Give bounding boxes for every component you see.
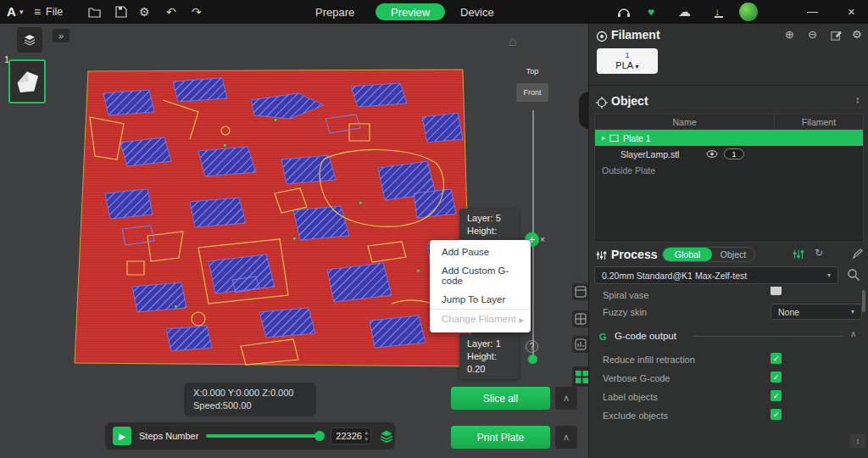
menu-item-change-filament: Change Filament ▸ (430, 309, 531, 330)
preview-mode-button[interactable] (572, 366, 588, 387)
remove-filament-icon[interactable]: ⊖ (808, 28, 817, 41)
object-sort-icon[interactable]: ↕ (855, 94, 860, 104)
fuzzy-chevron-down-icon: ▾ (851, 308, 854, 316)
coords-tooltip: X:0.000 Y:0.000 Z:0.000 Speed:500.00 (184, 383, 316, 416)
row-expand-chevron-icon[interactable]: ▸ (602, 134, 605, 142)
redo-icon[interactable]: ↷ (192, 0, 202, 24)
sliced-plate-graphic[interactable] (71, 68, 478, 375)
label-objects-checkbox[interactable]: ✓ (771, 390, 782, 401)
sidebar-collapse-handle[interactable] (579, 92, 589, 129)
gcode-collapse-chevron-icon[interactable]: ∧ (850, 329, 856, 338)
steps-spin-up-icon[interactable]: ▲ (364, 429, 369, 436)
exclude-objects-checkbox[interactable]: ✓ (771, 409, 782, 420)
visibility-eye-icon[interactable] (706, 150, 718, 158)
add-filament-icon[interactable]: ⊕ (785, 28, 794, 41)
menu-item-jump-to-layer[interactable]: Jump To Layer (430, 290, 531, 309)
file-menu[interactable]: File (46, 0, 63, 24)
fuzzy-skin-select[interactable]: None ▾ (771, 304, 862, 320)
verbose-gcode-checkbox[interactable]: ✓ (771, 371, 782, 383)
download-icon[interactable]: ↓ (715, 0, 721, 24)
object-table: Name Filament ▸ Plate 1 SlayerLamp.stl 1… (594, 114, 864, 243)
slice-all-button[interactable]: Slice all (451, 387, 550, 410)
process-scope-toggle: Global Object (662, 247, 755, 262)
edit-filament-icon[interactable] (831, 30, 842, 41)
app-logo-icon[interactable]: A (7, 0, 16, 24)
object-table-header: Name Filament (595, 114, 863, 130)
print-plate-button[interactable]: Print Plate (451, 426, 550, 449)
layer-context-menu: Add Pause Add Custom G-code Jump To Laye… (430, 240, 531, 332)
settings-gear-icon[interactable]: ⚙ (139, 0, 150, 24)
row-plate-label: Plate 1 (623, 133, 651, 143)
layer-slider-lower-handle[interactable] (528, 355, 537, 364)
preset-search-icon[interactable] (847, 268, 860, 282)
layers-green-icon[interactable] (379, 429, 394, 444)
menu-item-add-custom-gcode[interactable]: Add Custom G-code (430, 261, 531, 290)
setting-label-objects-label: Label objects (603, 392, 658, 402)
toggle-global[interactable]: Global (663, 248, 712, 261)
preset-name: 0.20mm Standard@K1 Max-Zelf-test (602, 271, 747, 281)
plate-thumbnail[interactable] (8, 59, 46, 103)
close-icon[interactable]: × (848, 0, 855, 24)
expand-settings-button[interactable]: ↕ (850, 434, 865, 448)
tab-device-label: Device (460, 6, 494, 19)
tab-device[interactable]: Device (460, 0, 494, 24)
save-icon[interactable] (115, 6, 127, 18)
view-front-label: Front (523, 88, 541, 97)
play-button[interactable]: ▶ (113, 427, 131, 445)
open-folder-icon[interactable] (88, 7, 101, 18)
home-view-icon[interactable]: ⌂ (509, 34, 517, 49)
filament-card[interactable]: 1 PLA ▾ (597, 48, 658, 74)
titlebar: A ▾ ≡ File ⚙ ↶ ↷ Prepare Preview Device … (0, 0, 868, 24)
submenu-chevron-icon: ▸ (519, 314, 524, 326)
filament-settings-gear-icon[interactable]: ⚙ (852, 28, 862, 41)
toggle-object[interactable]: Object (712, 249, 754, 260)
process-refresh-icon[interactable]: ↻ (815, 247, 823, 259)
setting-spiral-vase-checkbox[interactable] (771, 287, 782, 295)
columns-tool-button[interactable] (572, 336, 588, 353)
table-row-outside[interactable]: Outside Plate (595, 162, 863, 178)
panel-tool-button[interactable] (572, 283, 588, 300)
reduce-infill-checkbox[interactable]: ✓ (771, 353, 782, 364)
headset-icon[interactable] (617, 6, 631, 18)
table-row-plate[interactable]: ▸ Plate 1 (595, 130, 863, 146)
gcode-section-line (693, 336, 843, 337)
process-edit-pencil-icon[interactable] (852, 249, 863, 260)
expand-panel-button[interactable]: » (53, 29, 70, 42)
green-grid-icon (576, 371, 588, 383)
cloud-upload-icon[interactable]: ☁ (678, 0, 691, 24)
process-filter-icon[interactable] (793, 249, 804, 260)
steps-spin-down-icon[interactable]: ▼ (364, 436, 369, 443)
preset-dropdown[interactable]: 0.20mm Standard@K1 Max-Zelf-test ▾ (594, 266, 838, 284)
tab-preview[interactable]: Preview (376, 3, 445, 20)
hamburger-icon[interactable]: ≡ (34, 0, 41, 24)
grid-tool-button[interactable] (572, 310, 588, 327)
slice-options-chevron[interactable]: ∧ (555, 387, 577, 410)
print-options-chevron[interactable]: ∧ (555, 426, 577, 449)
avatar[interactable] (739, 3, 758, 21)
steps-slider-track (206, 434, 323, 438)
slider-close-icon[interactable]: × (540, 235, 545, 244)
menu-item-add-pause[interactable]: Add Pause (430, 243, 531, 261)
setting-reduce-infill-label: Reduce infill retraction (603, 355, 695, 365)
table-row-model[interactable]: SlayerLamp.stl 1 (595, 146, 863, 162)
favorites-heart-icon[interactable]: ♥ (648, 0, 654, 24)
help-button[interactable]: ? (526, 340, 538, 353)
settings-scrollbar-thumb[interactable] (862, 290, 865, 312)
steps-slider[interactable] (206, 431, 323, 441)
layers-icon (23, 34, 36, 46)
steps-slider-handle[interactable] (314, 431, 325, 441)
undo-icon[interactable]: ↶ (166, 0, 176, 24)
minimize-icon[interactable]: — (807, 0, 818, 24)
print-plate-label: Print Plate (477, 432, 524, 444)
view-top-button[interactable]: Top (516, 62, 548, 81)
logo-chevron-down-icon[interactable]: ▾ (19, 0, 24, 24)
gcode-section-title: G-code output (615, 331, 676, 341)
setting-spiral-vase-label: Spiral vase (603, 290, 648, 300)
view-front-button[interactable]: Front (516, 83, 548, 102)
plate-list-button[interactable] (17, 27, 42, 53)
coords-position-text: X:0.000 Y:0.000 Z:0.000 (193, 387, 307, 399)
tab-prepare[interactable]: Prepare (315, 0, 354, 24)
preset-chevron-down-icon: ▾ (827, 271, 831, 279)
filament-number-badge[interactable]: 1 (724, 148, 744, 159)
steps-value-input[interactable]: 22326 ▲ ▼ (331, 427, 371, 444)
